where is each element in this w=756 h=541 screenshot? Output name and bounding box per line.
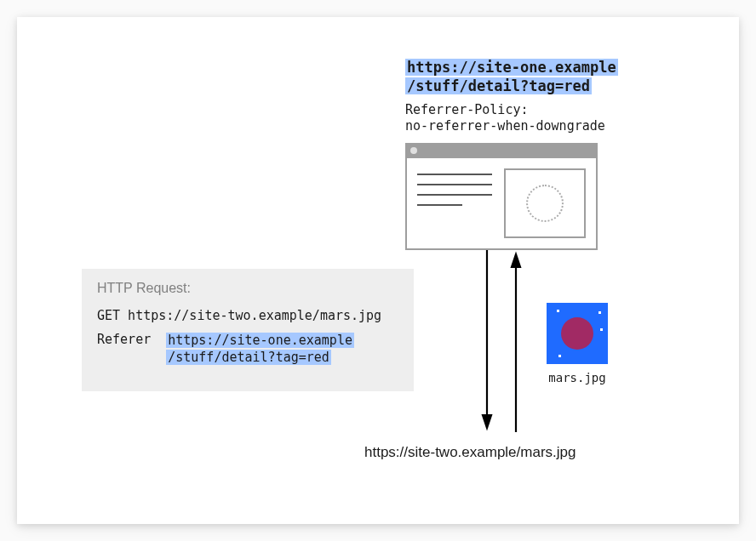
source-url-line1: https://site-one.example [405, 59, 618, 76]
dotted-circle-icon [526, 185, 564, 222]
http-request-line: GET https://site-two.example/mars.jpg [97, 308, 398, 323]
referrer-policy-value: no-referrer-when-downgrade [405, 118, 605, 134]
http-request-panel: HTTP Request: GET https://site-two.examp… [82, 269, 414, 391]
diagram-canvas: https://site-one.example /stuff/detail?t… [17, 17, 739, 524]
http-request-title: HTTP Request: [97, 281, 398, 296]
star-icon [558, 355, 561, 357]
source-url-block: https://site-one.example /stuff/detail?t… [405, 58, 618, 95]
target-url-label: https://site-two.example/mars.jpg [364, 444, 576, 461]
browser-window [405, 143, 598, 250]
mars-image-block: mars.jpg [547, 303, 608, 384]
window-control-dot [410, 147, 417, 154]
star-icon [598, 311, 601, 314]
browser-viewport [405, 158, 598, 250]
browser-titlebar [405, 143, 598, 158]
star-icon [557, 310, 559, 312]
mars-thumbnail [547, 303, 608, 364]
referer-label: Referer [97, 332, 151, 347]
referrer-policy-header: Referrer-Policy: [405, 102, 529, 117]
star-icon [600, 328, 603, 331]
referrer-policy-block: Referrer-Policy: no-referrer-when-downgr… [405, 102, 605, 134]
planet-circle-icon [561, 317, 593, 350]
source-url-line2: /stuff/detail?tag=red [405, 77, 592, 94]
http-referer-row: Referer https://site-one.example /stuff/… [97, 332, 398, 367]
referer-value-line2: /stuff/detail?tag=red [166, 350, 331, 365]
image-placeholder-box [504, 168, 586, 238]
referer-value-line1: https://site-one.example [166, 333, 354, 348]
request-response-arrows [468, 250, 536, 432]
referer-value: https://site-one.example /stuff/detail?t… [166, 332, 354, 367]
page-text-lines [417, 168, 492, 238]
mars-filename-label: mars.jpg [547, 371, 608, 384]
